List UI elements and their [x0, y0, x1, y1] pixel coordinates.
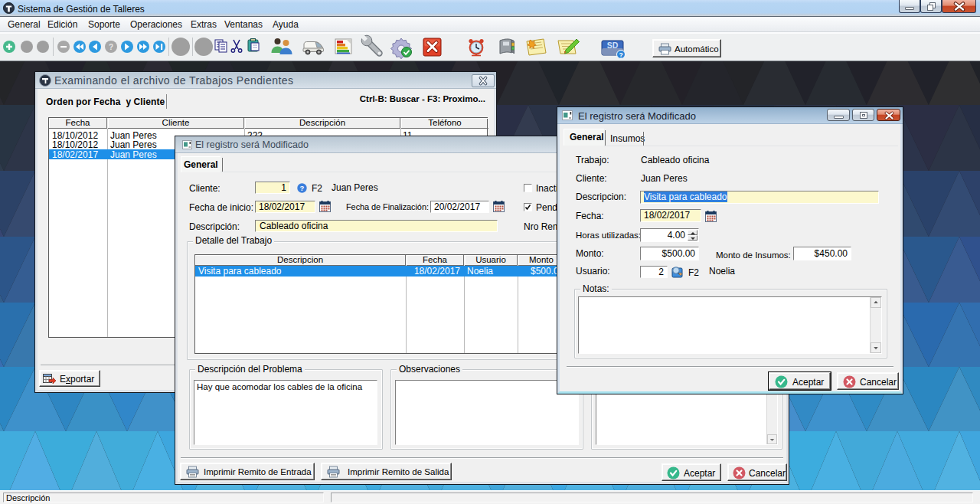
svg-text:?: ? — [619, 51, 622, 59]
svg-text:?: ? — [109, 43, 113, 51]
svg-text:SD: SD — [607, 41, 619, 50]
svg-text:?: ? — [300, 184, 305, 192]
